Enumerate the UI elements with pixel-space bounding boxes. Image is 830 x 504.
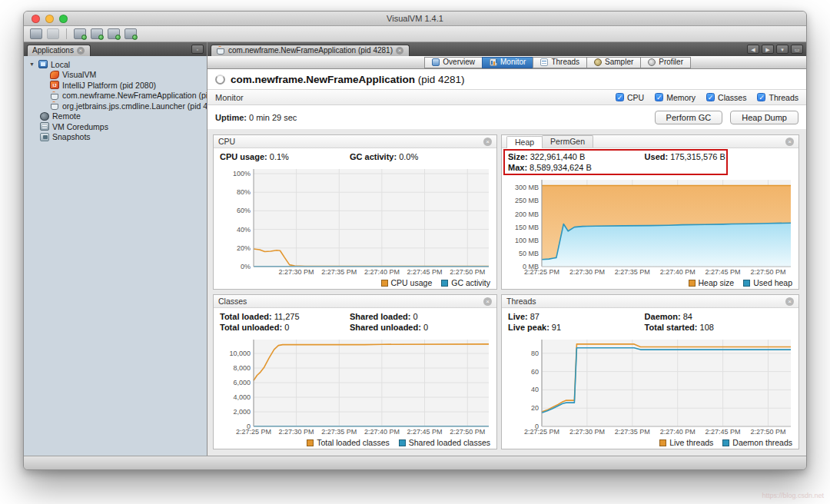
gc-activity-stat: GC activity: 0.0% bbox=[350, 152, 490, 161]
main-area: com.newframe.NewFrameApplication (pid 42… bbox=[208, 42, 806, 456]
page-title-bar: com.newframe.NewFrameApplication (pid 42… bbox=[208, 69, 806, 90]
tab-sampler[interactable]: Sampler bbox=[586, 57, 641, 68]
load-snapshot-icon[interactable] bbox=[30, 28, 42, 39]
classes-chart-legend: Total loaded classesShared loaded classe… bbox=[214, 436, 496, 449]
take-snapshot-icon[interactable] bbox=[108, 28, 120, 39]
tree-item-snapshots[interactable]: Snapshots bbox=[24, 132, 207, 143]
save-snapshots-icon[interactable] bbox=[47, 28, 59, 39]
legend-swatch-icon bbox=[659, 439, 666, 446]
checkbox-memory[interactable]: ✓Memory bbox=[655, 93, 696, 102]
refresh-spinner-icon bbox=[215, 75, 225, 85]
svg-text:2:27:40 PM: 2:27:40 PM bbox=[364, 268, 400, 276]
tree-item-visualvm[interactable]: VisualVM bbox=[24, 70, 207, 81]
svg-text:0%: 0% bbox=[241, 263, 251, 270]
tab-threads[interactable]: Threads bbox=[533, 57, 587, 68]
svg-text:300 MB: 300 MB bbox=[515, 184, 539, 191]
legend-swatch-icon bbox=[441, 280, 448, 287]
local-computer-icon bbox=[38, 60, 48, 68]
checkbox-threads[interactable]: ✓Threads bbox=[757, 93, 798, 102]
sampler-icon bbox=[594, 58, 602, 66]
heap-max-stat: Max: 8,589,934,624 B bbox=[508, 163, 645, 172]
close-heap-panel-icon[interactable]: × bbox=[785, 138, 794, 146]
threads-chart: 2:27:25 PM2:27:30 PM2:27:35 PM2:27:40 PM… bbox=[505, 336, 795, 436]
tab-applications[interactable]: Applications × bbox=[27, 45, 91, 56]
tree-item-newframe-app[interactable]: com.newframe.NewFrameApplication (pid 42… bbox=[24, 91, 207, 101]
uptime-row: Uptime: 0 min 29 sec Perform GC Heap Dum… bbox=[208, 105, 806, 129]
window-titlebar: VisualVM 1.4.1 bbox=[24, 12, 806, 26]
take-thread-dump-icon[interactable] bbox=[74, 28, 86, 39]
close-classes-panel-icon[interactable]: × bbox=[483, 297, 492, 306]
classes-chart: 2:27:25 PM2:27:30 PM2:27:35 PM2:27:40 PM… bbox=[217, 336, 493, 436]
close-threads-panel-icon[interactable]: × bbox=[785, 297, 794, 306]
threads-chart-legend: Live threadsDaemon threads bbox=[502, 436, 798, 449]
legend-swatch-icon bbox=[399, 439, 406, 446]
checkbox-cpu[interactable]: ✓CPU bbox=[616, 93, 644, 102]
perform-gc-button[interactable]: Perform GC bbox=[655, 111, 723, 124]
live-peak-stat: Live peak: 91 bbox=[508, 323, 645, 332]
watermark: https://blog.csdn.net bbox=[762, 492, 824, 499]
scroll-tabs-right-icon[interactable]: ▶ bbox=[762, 45, 774, 54]
tree-item-remote[interactable]: Remote bbox=[24, 111, 207, 122]
tree-item-jps-launcher[interactable]: org.jetbrains.jps.cmdline.Launcher (pid … bbox=[24, 101, 207, 111]
checkbox-classes[interactable]: ✓Classes bbox=[706, 93, 746, 102]
window-title: VisualVM 1.4.1 bbox=[24, 14, 806, 23]
svg-text:60%: 60% bbox=[237, 207, 251, 214]
threads-panel-title: Threads bbox=[506, 297, 536, 306]
svg-text:80%: 80% bbox=[237, 188, 251, 196]
cpu-chart-legend: CPU usageGC activity bbox=[214, 277, 496, 289]
svg-text:50 MB: 50 MB bbox=[519, 250, 539, 257]
remote-globe-icon bbox=[40, 112, 49, 121]
maximize-view-icon[interactable]: ▭ bbox=[791, 45, 803, 54]
applications-tab-label: Applications bbox=[32, 46, 74, 55]
tab-permgen[interactable]: PermGen bbox=[542, 135, 593, 148]
cpu-usage-stat: CPU usage: 0.1% bbox=[220, 152, 350, 161]
cpu-chart: 2:27:30 PM2:27:35 PM2:27:40 PM2:27:45 PM… bbox=[217, 165, 493, 277]
svg-text:0 MB: 0 MB bbox=[523, 263, 539, 270]
applications-tree: ▼ Local VisualVM IntelliJ Platform (pid … bbox=[24, 56, 207, 456]
close-document-tab-icon[interactable]: × bbox=[396, 47, 403, 55]
minimize-sidebar-icon[interactable]: ▫ bbox=[191, 45, 204, 54]
total-started-stat: Total started: 108 bbox=[645, 323, 792, 332]
checkbox-checked-icon: ✓ bbox=[706, 93, 715, 101]
tab-newframe-application[interactable]: com.newframe.NewFrameApplication (pid 42… bbox=[211, 45, 410, 56]
svg-text:2:27:30 PM: 2:27:30 PM bbox=[279, 428, 314, 436]
svg-text:2:27:50 PM: 2:27:50 PM bbox=[750, 268, 785, 276]
svg-text:2:27:45 PM: 2:27:45 PM bbox=[407, 428, 442, 436]
tree-item-vm-coredumps[interactable]: VM Coredumps bbox=[24, 121, 207, 132]
applications-sidebar: Applications × ▫ ▼ Local Visua bbox=[24, 42, 208, 456]
scroll-tabs-left-icon[interactable]: ◀ bbox=[747, 45, 759, 54]
total-unloaded-stat: Total unloaded: 0 bbox=[220, 323, 350, 332]
legend-item: Heap size bbox=[689, 278, 735, 287]
expand-toggle-icon[interactable]: ▼ bbox=[28, 61, 35, 67]
snapshots-icon bbox=[40, 133, 49, 141]
close-applications-tab-icon[interactable]: × bbox=[77, 47, 85, 55]
tab-heap[interactable]: Heap bbox=[506, 136, 543, 148]
tab-monitor[interactable]: Monitor bbox=[482, 57, 533, 68]
svg-text:2:27:35 PM: 2:27:35 PM bbox=[321, 268, 357, 276]
legend-item: Shared loaded classes bbox=[399, 438, 490, 447]
heap-used-stat: Used: 175,315,576 B bbox=[645, 152, 792, 161]
close-cpu-panel-icon[interactable]: × bbox=[483, 138, 492, 146]
tab-list-icon[interactable]: ▾ bbox=[776, 45, 788, 54]
threads-icon bbox=[540, 58, 548, 66]
tab-overview[interactable]: Overview bbox=[424, 57, 483, 68]
legend-item: Daemon threads bbox=[722, 438, 792, 447]
take-heap-dump-icon[interactable] bbox=[91, 28, 103, 39]
svg-text:2:27:40 PM: 2:27:40 PM bbox=[660, 268, 696, 276]
heap-dump-button[interactable]: Heap Dump bbox=[730, 111, 798, 124]
compare-snapshots-icon[interactable] bbox=[124, 28, 137, 39]
live-threads-stat: Live: 87 bbox=[508, 312, 645, 321]
svg-text:80: 80 bbox=[531, 350, 539, 357]
tree-item-intellij[interactable]: IntelliJ Platform (pid 2080) bbox=[24, 80, 207, 91]
document-tabstrip: com.newframe.NewFrameApplication (pid 42… bbox=[208, 42, 806, 56]
svg-text:2:27:30 PM: 2:27:30 PM bbox=[569, 268, 605, 276]
legend-swatch-icon bbox=[722, 439, 729, 446]
heap-chart: 2:27:25 PM2:27:30 PM2:27:35 PM2:27:40 PM… bbox=[505, 176, 795, 277]
svg-text:2:27:30 PM: 2:27:30 PM bbox=[569, 428, 605, 436]
visualvm-window: VisualVM 1.4.1 Applications × ▫ bbox=[23, 11, 807, 470]
total-loaded-stat: Total loaded: 11,275 bbox=[220, 312, 350, 321]
tab-profiler[interactable]: Profiler bbox=[640, 57, 691, 68]
legend-swatch-icon bbox=[689, 280, 696, 287]
tree-item-local[interactable]: ▼ Local bbox=[24, 59, 207, 70]
monitor-section-label: Monitor bbox=[215, 93, 244, 102]
